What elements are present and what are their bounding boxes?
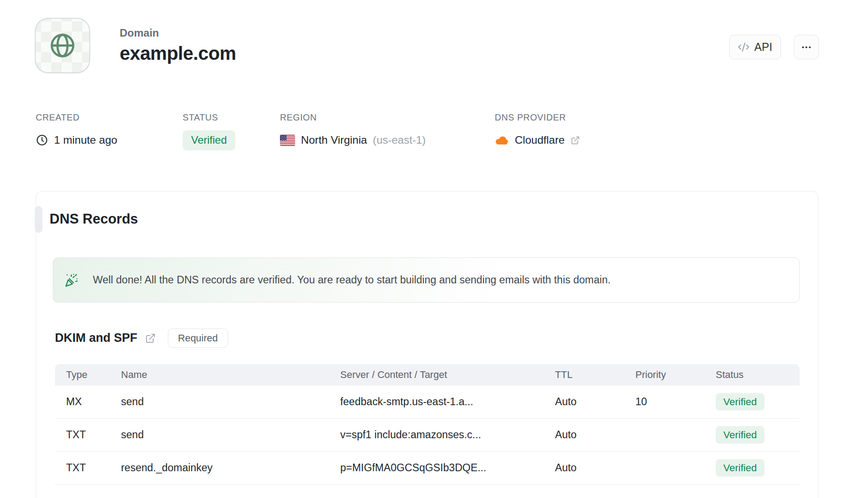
status-value: Verified — [183, 130, 235, 150]
region-value: North Virginia (us-east-1) — [280, 130, 426, 150]
cell-status: Verified — [716, 393, 800, 411]
col-header-name: Name — [121, 369, 340, 381]
created-label: CREATED — [36, 113, 79, 122]
dns-provider-name: Cloudflare — [515, 134, 565, 146]
page-title: example.com — [120, 44, 236, 63]
col-header-status: Status — [716, 369, 800, 381]
domain-eyebrow: Domain — [120, 28, 236, 38]
cell-name: resend._domainkey — [121, 462, 340, 474]
section-title: DKIM and SPF — [55, 331, 138, 345]
globe-icon — [48, 31, 77, 60]
cell-status: Verified — [716, 459, 800, 477]
cell-ttl: Auto — [555, 396, 635, 408]
status-badge: Verified — [716, 459, 764, 477]
table-row: TXTresend._domainkeyp=MIGfMA0GCSqGSIb3DQ… — [55, 452, 800, 485]
cell-content: p=MIGfMA0GCSqGSIb3DQE... — [340, 462, 555, 474]
cell-priority: 10 — [635, 396, 716, 408]
clock-icon — [36, 134, 48, 146]
domain-avatar — [35, 18, 90, 73]
dkim-spf-section-header: DKIM and SPF Required — [55, 328, 228, 348]
success-banner: Well done! All the DNS records are verif… — [53, 257, 800, 303]
table-row: TXTsendv=spf1 include:amazonses.c...Auto… — [55, 419, 800, 452]
dns-records-table: Type Name Server / Content / Target TTL … — [55, 364, 800, 485]
cell-name: send — [121, 396, 340, 408]
banner-message: Well done! All the DNS records are verif… — [93, 274, 611, 286]
status-badge: Verified — [716, 393, 764, 411]
cell-ttl: Auto — [555, 462, 635, 474]
cell-ttl: Auto — [555, 429, 635, 441]
status-badge: Verified — [183, 130, 235, 150]
party-popper-icon — [65, 273, 79, 287]
cell-type: TXT — [55, 462, 121, 474]
page-header: Domain example.com — [120, 28, 236, 63]
code-icon — [738, 41, 750, 53]
cell-content: v=spf1 include:amazonses.c... — [340, 429, 555, 441]
card-title: DNS Records — [50, 212, 138, 226]
cell-content: feedback-smtp.us-east-1.a... — [340, 396, 555, 408]
dns-provider-label: DNS PROVIDER — [495, 113, 566, 122]
required-badge: Required — [168, 328, 228, 348]
api-button-label: API — [754, 41, 772, 54]
cell-status: Verified — [716, 426, 800, 444]
created-text: 1 minute ago — [54, 134, 117, 146]
card-accent-handle — [35, 206, 42, 233]
cell-type: MX — [55, 396, 121, 408]
api-button[interactable]: API — [729, 35, 781, 59]
more-button[interactable] — [794, 35, 819, 59]
col-header-priority: Priority — [635, 369, 716, 381]
table-row: MXsendfeedback-smtp.us-east-1.a...Auto10… — [55, 386, 800, 419]
dns-records-card: DNS Records Well done! All the DNS recor… — [36, 191, 818, 498]
ellipsis-icon — [801, 42, 812, 53]
cell-type: TXT — [55, 429, 121, 441]
col-header-content: Server / Content / Target — [340, 369, 555, 381]
external-link-icon — [571, 136, 580, 145]
cloudflare-icon — [495, 135, 509, 145]
dns-provider-link[interactable]: Cloudflare — [495, 130, 580, 150]
us-flag-icon — [280, 135, 295, 146]
col-header-ttl: TTL — [555, 369, 635, 381]
region-name: North Virginia — [301, 134, 367, 146]
external-link-icon[interactable] — [145, 333, 156, 344]
region-label: REGION — [280, 113, 317, 122]
status-badge: Verified — [716, 426, 764, 444]
dns-table-body: MXsendfeedback-smtp.us-east-1.a...Auto10… — [55, 386, 800, 485]
status-label: STATUS — [183, 113, 218, 122]
col-header-type: Type — [55, 369, 121, 381]
cell-name: send — [121, 429, 340, 441]
created-value: 1 minute ago — [36, 130, 117, 150]
region-code: (us-east-1) — [373, 134, 426, 146]
table-header-row: Type Name Server / Content / Target TTL … — [55, 364, 800, 386]
